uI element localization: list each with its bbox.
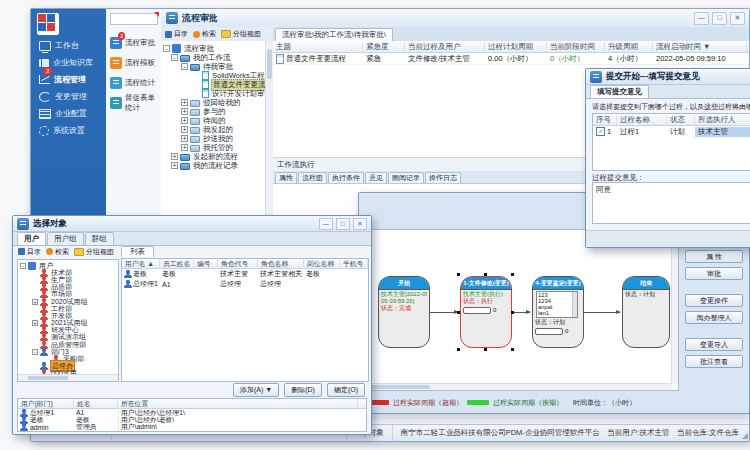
group-view-button[interactable]: 分组视图 <box>73 247 115 257</box>
maximize-button[interactable]: □ <box>712 12 727 25</box>
tree-expander[interactable]: - <box>32 349 38 355</box>
tree-expander[interactable]: + <box>181 117 188 124</box>
sidebar-item-workbench[interactable]: 工作台 <box>31 37 106 54</box>
worklist-tab[interactable]: 流程审批\我的工作流\待我审批\ <box>275 28 393 41</box>
exec-tab[interactable]: 意见 <box>365 172 387 183</box>
tree-expander[interactable]: + <box>32 320 38 326</box>
column-header[interactable]: 主题 <box>273 42 363 52</box>
close-button[interactable]: ✕ <box>730 12 745 25</box>
user-row[interactable]: 总经理1 A1 总经理 总经理 <box>122 279 368 289</box>
column-header[interactable]: 升级周期 <box>605 42 653 52</box>
minimize-button[interactable]: — <box>694 12 709 25</box>
selection-handle[interactable] <box>484 348 487 351</box>
selection-handle[interactable] <box>484 273 487 276</box>
workflow-action-button[interactable]: 阅办整理人 <box>685 311 743 324</box>
workflow-node-file-modify[interactable]: 1-文件修改(变更) 技术主管(执行) 状态：执行 0 <box>460 276 512 348</box>
selected-user-row[interactable]: admin 管理员 用户\admin\ <box>18 424 366 431</box>
column-header[interactable]: 当前阶段时间 <box>547 42 605 52</box>
column-header[interactable]: 紧急度 <box>363 42 405 52</box>
sidebar-item-knowledge[interactable]: 企业知识库 <box>31 54 106 71</box>
column-header[interactable]: 角色代号 <box>218 259 258 269</box>
add-button[interactable]: 添加(A) ▼ <box>233 383 279 397</box>
tree-expander[interactable]: + <box>171 153 178 160</box>
tree-expander[interactable]: - <box>181 63 188 70</box>
tab-user-groups[interactable]: 用户组 <box>47 232 84 245</box>
workflow-node-end[interactable]: 结束 状态：计划 <box>622 276 670 348</box>
tree-expander[interactable]: + <box>181 144 188 151</box>
maximize-button[interactable]: □ <box>336 218 350 230</box>
user-row[interactable]: 老板 老板 技术主管 技术主管相关 老板 <box>122 269 368 279</box>
workflow-action-button[interactable]: 变更导入 <box>685 338 743 351</box>
exec-tab[interactable]: 流程图 <box>298 172 327 183</box>
column-header[interactable]: 编号 <box>194 259 218 269</box>
column-header[interactable]: 当前过程及用户 <box>405 42 485 52</box>
exec-tab[interactable]: 执行条件 <box>328 172 364 183</box>
tree-item[interactable]: + 我的流程记录 <box>161 161 273 170</box>
delete-button[interactable]: 删除(D) <box>284 383 322 397</box>
workflow-action-button[interactable]: 变更操作 <box>685 294 743 307</box>
canvas-hscrollbar[interactable] <box>366 383 672 390</box>
column-header[interactable]: 用户名 ▲ <box>122 259 160 269</box>
catalog-button[interactable]: 目录 <box>164 29 189 39</box>
workflow-action-button[interactable]: 批注查看 <box>685 355 743 368</box>
panel-titlebar[interactable]: 流程审批 — □ ✕ <box>161 9 749 28</box>
sidebar-item-process-mgmt[interactable]: 流程管理3 <box>31 71 106 88</box>
selection-handle[interactable] <box>457 348 460 351</box>
catalog-button[interactable]: 目录 <box>17 247 42 257</box>
tree-expander[interactable]: - <box>171 54 178 61</box>
column-header[interactable]: 角色名称 <box>258 259 304 269</box>
column-header[interactable]: 岗位名称 <box>304 259 340 269</box>
checkbox-checked[interactable]: ✓ <box>596 127 605 136</box>
column-header[interactable]: 流程启动时间 ▼ <box>653 42 747 52</box>
dialog-titlebar[interactable]: 选择对象 — □ ✕ <box>13 216 371 232</box>
tree-expander[interactable]: - <box>163 45 170 52</box>
column-header[interactable]: 手机号 <box>340 259 368 269</box>
tree-expander[interactable]: + <box>181 126 188 133</box>
minimize-button[interactable]: — <box>319 218 333 230</box>
tree-expander[interactable]: + <box>181 99 188 106</box>
selection-handle[interactable] <box>457 311 460 314</box>
opinion-textarea[interactable]: 同意 <box>592 182 750 224</box>
sidebar-item-system-settings[interactable]: 系统设置 <box>31 122 106 139</box>
executor-cell[interactable]: 技术主管 <box>698 127 728 137</box>
tree-expander[interactable]: + <box>181 135 188 142</box>
ok-button[interactable]: 确定(O) <box>327 383 365 397</box>
executor-item[interactable]: lan1 <box>537 310 577 316</box>
sidebar-item-change-mgmt[interactable]: 变更管理 <box>31 88 106 105</box>
group-view-button[interactable]: 分组视图 <box>220 29 262 39</box>
tab-fill-opinion[interactable]: 填写提交意见 <box>590 85 649 98</box>
workflow-node-change-review[interactable]: 4-变更鉴定(变更) 1231234anpallan1 状态：计划 0 <box>532 276 584 348</box>
menu-item-process-approval[interactable]: 流程审批3 <box>110 35 159 51</box>
selection-handle[interactable] <box>511 348 514 351</box>
sidebar-item-enterprise-config[interactable]: 企业配置 <box>31 105 106 122</box>
resize-grip[interactable]: ◢ <box>742 431 748 440</box>
canvas-vscrollbar[interactable] <box>671 230 678 384</box>
workflow-canvas[interactable]: 开始 技术主管[2022-05- 05 09:59:26] 状态：完成 1-文件… <box>365 229 679 391</box>
exec-tab[interactable]: 属性 <box>275 172 297 183</box>
tree-hscrollbar[interactable] <box>18 374 118 381</box>
tree-expander[interactable]: - <box>20 263 26 269</box>
workflow-action-button[interactable]: 属 性 <box>685 250 743 263</box>
worklist-row[interactable]: 普通文件变更流程 紧急 文件修改/技术主管 0.00（小时） 0（小时） 4（小… <box>273 53 749 65</box>
workflow-action-button[interactable]: 审批 <box>685 267 743 280</box>
selection-handle[interactable] <box>457 273 460 276</box>
process-row[interactable]: ✓1 过程1 计划 技术主管 <box>593 126 750 137</box>
menu-search-input[interactable] <box>110 13 158 25</box>
tree-expander[interactable]: + <box>32 299 38 305</box>
tree-expander[interactable]: + <box>181 108 188 115</box>
close-button[interactable]: ✕ <box>353 218 367 230</box>
tab-groups[interactable]: 群组 <box>85 232 114 245</box>
menu-item-process-stats[interactable]: 流程统计 <box>110 75 159 91</box>
column-header[interactable]: 员工姓名 <box>160 259 194 269</box>
search-button[interactable]: 检索 <box>192 29 217 39</box>
exec-tab[interactable]: 操作日志 <box>425 172 461 183</box>
column-header[interactable]: 过程计划周期 <box>485 42 547 52</box>
executor-listbox[interactable]: 1231234anpallan1 <box>536 291 578 318</box>
exec-tab[interactable]: 圈阅记录 <box>388 172 424 183</box>
search-button[interactable]: 检索 <box>45 247 70 257</box>
tree-expander[interactable]: + <box>171 162 178 169</box>
tab-users[interactable]: 用户 <box>17 232 46 245</box>
list-tab[interactable]: 列表 <box>121 246 154 257</box>
selection-handle[interactable] <box>511 273 514 276</box>
menu-item-form-stats[interactable]: 督促表单统计 <box>110 95 159 111</box>
